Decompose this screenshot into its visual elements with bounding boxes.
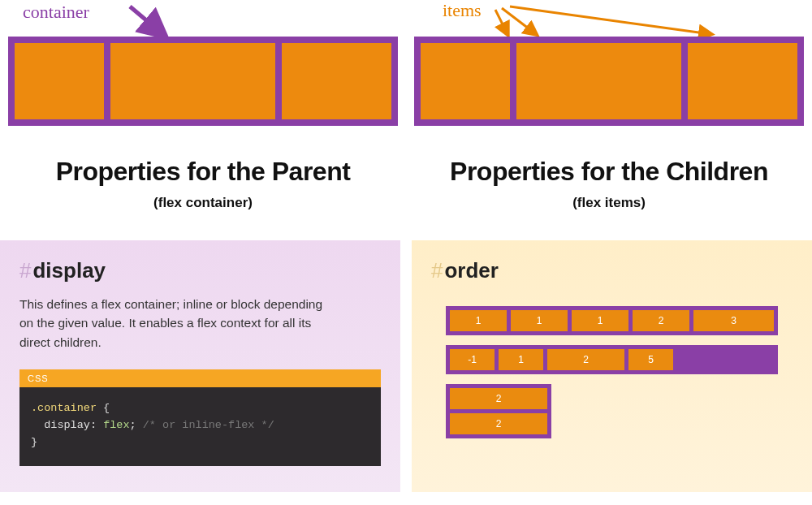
order-title: order xyxy=(444,258,498,283)
display-description: This defines a flex container; inline or… xyxy=(19,295,328,352)
code-colon: : xyxy=(90,419,103,431)
svg-line-0 xyxy=(130,6,161,32)
code-comment: /* or inline-flex */ xyxy=(136,419,274,431)
right-column: items Properties for the Children (flex … xyxy=(414,0,804,211)
order-cell: 5 xyxy=(628,349,673,370)
left-column: container Properties for the Parent (fle… xyxy=(8,0,398,211)
order-panel: #order 1 1 1 2 3 -1 1 2 5 2 2 xyxy=(412,240,812,492)
parent-heading: Properties for the Parent (flex containe… xyxy=(8,157,398,211)
code-block: CSS .container { display: flex; /* or in… xyxy=(19,369,381,466)
demo-item xyxy=(282,43,391,119)
order-row-2: -1 1 2 5 xyxy=(446,345,778,374)
order-spacer xyxy=(677,349,774,370)
children-title: Properties for the Children xyxy=(414,157,804,187)
hash-icon: # xyxy=(431,258,443,283)
order-cell: 1 xyxy=(450,310,507,331)
code-selector: .container xyxy=(31,402,97,414)
demo-item xyxy=(421,43,510,119)
code-body: .container { display: flex; /* or inline… xyxy=(19,387,381,466)
items-label-area: items xyxy=(414,0,804,37)
order-cell: 2 xyxy=(547,349,624,370)
code-semi: ; xyxy=(130,419,136,431)
display-heading: #display xyxy=(19,258,381,283)
order-cell: 3 xyxy=(693,310,774,331)
hash-icon: # xyxy=(19,258,31,283)
svg-line-2 xyxy=(502,8,536,34)
order-row-1: 1 1 1 2 3 xyxy=(446,306,778,335)
order-cell: 1 xyxy=(572,310,628,331)
order-cell: 2 xyxy=(450,413,547,434)
order-diagram: 1 1 1 2 3 -1 1 2 5 2 2 xyxy=(431,306,793,438)
order-cell: 1 xyxy=(499,349,543,370)
panel-row: #display This defines a flex container; … xyxy=(0,240,812,492)
display-title: display xyxy=(32,258,106,283)
order-cell: 1 xyxy=(511,310,568,331)
order-heading: #order xyxy=(431,258,793,283)
order-row-3: 2 2 xyxy=(446,384,551,438)
children-subtitle: (flex items) xyxy=(414,195,804,211)
parent-title: Properties for the Parent xyxy=(8,157,398,187)
svg-line-3 xyxy=(510,6,710,34)
flex-container-demo xyxy=(8,37,398,126)
code-brace-close: } xyxy=(31,436,37,448)
flex-items-demo xyxy=(414,37,804,126)
code-prop: display xyxy=(31,419,90,431)
children-heading: Properties for the Children (flex items) xyxy=(414,157,804,211)
demo-item xyxy=(15,43,104,119)
display-panel: #display This defines a flex container; … xyxy=(0,240,400,492)
order-cell: -1 xyxy=(450,349,495,370)
code-brace-open: { xyxy=(97,402,110,414)
demo-item xyxy=(110,43,275,119)
demo-item xyxy=(688,43,797,119)
demo-item xyxy=(516,43,681,119)
container-arrow-icon xyxy=(8,0,398,37)
svg-line-1 xyxy=(495,10,508,34)
order-cell: 2 xyxy=(450,388,547,409)
parent-subtitle: (flex container) xyxy=(8,195,398,211)
container-label-area: container xyxy=(8,0,398,37)
items-arrows-icon xyxy=(414,0,804,37)
order-cell: 2 xyxy=(633,310,689,331)
code-lang-label: CSS xyxy=(19,369,381,387)
page-grid: container Properties for the Parent (fle… xyxy=(0,0,812,211)
code-value: flex xyxy=(103,419,129,431)
